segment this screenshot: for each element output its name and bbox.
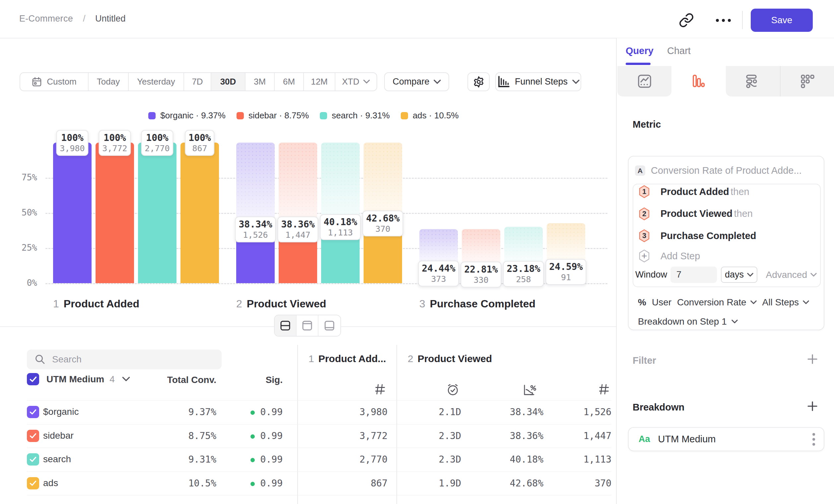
layout-panel-top[interactable] — [297, 315, 319, 336]
step-name: Product Added — [64, 298, 139, 310]
chart-type-flows[interactable] — [726, 66, 780, 96]
metric-name-row[interactable]: A Conversion Rate of Product Adde... — [635, 165, 802, 176]
bar-label-pct: 38.36% — [281, 219, 314, 230]
conv-rate-icon[interactable] — [522, 383, 536, 397]
bar-product-added-organic[interactable] — [53, 143, 92, 283]
cell-total-conv: 9.37% — [189, 407, 216, 417]
cell-avg-time: 2.3D — [439, 430, 461, 441]
advanced-toggle[interactable]: Advanced — [766, 270, 817, 280]
bar-label-value: 370 — [366, 224, 399, 234]
layout-panel-bottom[interactable] — [319, 315, 341, 336]
layout-split-horizontal[interactable] — [275, 315, 297, 336]
column-header-total-conv[interactable]: Total Conv. — [142, 375, 216, 385]
share-link-button[interactable] — [679, 13, 694, 28]
step-name: Product Viewed — [247, 298, 326, 310]
metric-label: Conversion Rate of Product Adde... — [651, 165, 802, 176]
step-label: Product Viewed then — [660, 208, 753, 219]
bar-label-value: 330 — [464, 275, 498, 285]
row-separator — [27, 495, 611, 496]
text-property-icon: Aa — [639, 434, 650, 444]
table-row-ads[interactable]: ads10.5%0.998671.9D42.68%370 — [0, 472, 616, 495]
search-input[interactable] — [52, 354, 211, 365]
step-then-label: then — [734, 208, 752, 219]
cell-conv-rate: 38.34% — [510, 407, 543, 417]
table-search[interactable] — [27, 349, 222, 369]
bar-product-added-search[interactable] — [138, 143, 176, 283]
bar-label-value: 867 — [189, 143, 211, 154]
bar-value-label: 22.81%330 — [460, 261, 501, 288]
cell-conv-rate: 42.68% — [510, 478, 543, 489]
group-count: 4 — [109, 374, 115, 385]
cell-avg-time: 2.3D — [439, 454, 461, 465]
chart-type-funnel[interactable] — [672, 66, 726, 96]
legend-item-organic[interactable]: $organic · 9.37% — [148, 110, 225, 121]
add-step-button[interactable]: + Add Step — [639, 249, 700, 262]
ellipsis-dot — [722, 19, 725, 22]
funnel-steps-card: 1Product Added then2Product Viewed then3… — [633, 184, 821, 287]
tab-chart[interactable]: Chart — [667, 45, 691, 56]
chart-type-insights[interactable] — [617, 66, 672, 96]
more-options-button[interactable] — [714, 13, 732, 28]
cell-step1-count: 867 — [371, 478, 388, 489]
percent-icon: % — [638, 297, 646, 308]
count-icon[interactable] — [374, 383, 388, 397]
chart-type-retention[interactable] — [780, 66, 834, 96]
table-step-group-2: 2Product Viewed — [408, 353, 492, 364]
bar-label-value: 3,980 — [60, 143, 85, 154]
chevron-down-icon — [750, 300, 757, 304]
legend-item-ads[interactable]: ads · 10.5% — [401, 110, 459, 121]
add-breakdown-button[interactable] — [807, 400, 818, 412]
row-checkbox[interactable] — [27, 430, 39, 442]
sig-dot — [250, 458, 255, 462]
row-checkbox[interactable] — [27, 406, 39, 418]
select-all-checkbox[interactable] — [27, 373, 39, 385]
table-row-search[interactable]: search9.31%0.992,7702.3D40.18%1,113 — [0, 448, 616, 471]
y-axis-label-25: 25% — [4, 243, 37, 253]
plus-icon: + — [639, 250, 650, 261]
row-checkbox[interactable] — [27, 477, 39, 489]
step-number-text: 3 — [639, 230, 650, 242]
breakdown-on-select[interactable]: Breakdown on Step 1 — [638, 316, 738, 327]
funnel-chart: $organic · 9.37%sidebar · 8.75%search · … — [0, 38, 616, 327]
query-step-2[interactable]: 2Product Viewed then — [639, 207, 753, 221]
table-row-organic[interactable]: $organic9.37%0.993,9802.1D38.34%1,526 — [0, 400, 616, 424]
add-filter-button[interactable] — [807, 353, 818, 365]
breadcrumb-current[interactable]: Untitled — [95, 14, 126, 24]
chevron-down-icon[interactable] — [122, 377, 130, 382]
y-axis-label-75: 75% — [4, 173, 37, 182]
x-axis-step-3: 3Purchase Completed — [419, 298, 535, 310]
tab-query[interactable]: Query — [626, 45, 654, 56]
cell-step2-count: 370 — [594, 478, 611, 489]
column-header-sig[interactable]: Sig. — [232, 375, 283, 385]
breadcrumb-parent[interactable]: E-Commerce — [19, 14, 73, 24]
query-step-1[interactable]: 1Product Added then — [639, 185, 749, 198]
legend-item-sidebar[interactable]: sidebar · 8.75% — [237, 110, 309, 121]
cell-step2-count: 1,447 — [584, 430, 611, 441]
step-number-text: 1 — [639, 186, 650, 197]
entity-label[interactable]: User — [652, 297, 672, 308]
table-row-sidebar[interactable]: sidebar8.75%0.993,7722.3D38.36%1,447 — [0, 424, 616, 448]
cell-total-conv: 9.31% — [189, 454, 216, 465]
count-icon[interactable] — [597, 383, 612, 397]
legend-item-search[interactable]: search · 9.31% — [320, 110, 390, 121]
kebab-dot — [812, 443, 815, 445]
search-icon — [34, 353, 46, 365]
window-unit-select[interactable]: days — [721, 267, 758, 283]
query-step-3[interactable]: 3Purchase Completed — [639, 229, 756, 243]
table-step-group-1: 1Product Add... — [309, 353, 386, 364]
kebab-menu[interactable] — [812, 433, 815, 445]
bar-label-value: 258 — [507, 275, 540, 284]
metric-type-select[interactable]: Conversion Rate — [677, 297, 757, 308]
group-column-label[interactable]: UTM Medium — [46, 374, 104, 385]
row-checkbox[interactable] — [27, 453, 39, 465]
avg-time-icon[interactable] — [446, 383, 460, 397]
save-button[interactable]: Save — [751, 8, 813, 32]
query-panel: Query Chart — [616, 38, 834, 504]
chart-type-tabs — [617, 66, 834, 96]
bar-product-added-sidebar[interactable] — [95, 143, 134, 283]
bar-product-added-ads[interactable] — [180, 143, 219, 283]
steps-scope-select[interactable]: All Steps — [762, 297, 809, 308]
breakdown-property-card[interactable]: Aa UTM Medium — [628, 427, 825, 451]
chart-legend: $organic · 9.37%sidebar · 8.75%search · … — [0, 110, 607, 121]
window-value-input[interactable]: 7 — [671, 267, 717, 283]
